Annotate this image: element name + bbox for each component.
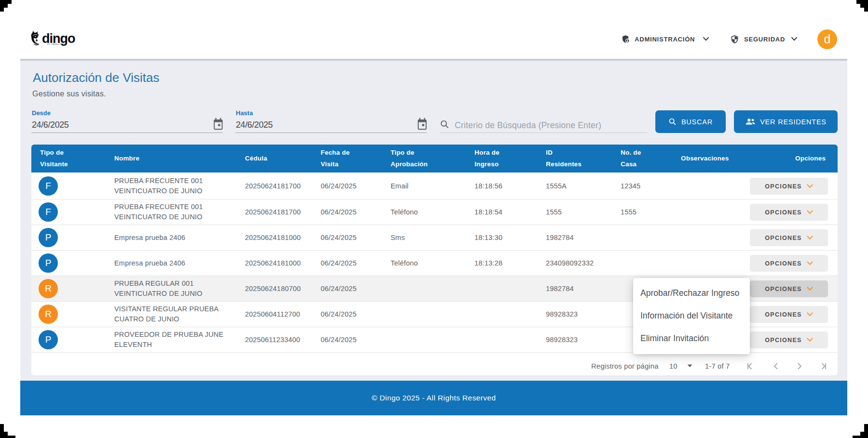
svg-text:BY CANELITECH: BY CANELITECH — [47, 43, 66, 45]
